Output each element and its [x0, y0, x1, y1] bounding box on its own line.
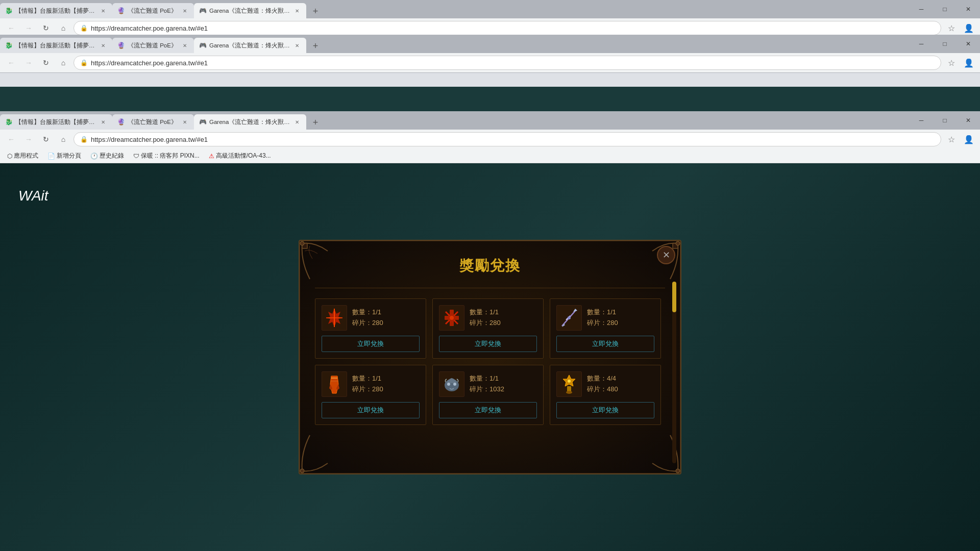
close-btn-3[interactable]: ✕: [957, 113, 980, 128]
tab-1-1[interactable]: 🐉 【情報】台服新活動【捕夢網】 ✕: [0, 3, 112, 18]
modal-scrollbar-thumb[interactable]: [672, 282, 676, 312]
item-redeem-btn-3[interactable]: 立即兌換: [556, 336, 654, 352]
tab-3-2[interactable]: 🔮 《流亡難道 PoE》 ✕: [112, 114, 194, 130]
item-top-6: 數量：4/4 碎片：480: [556, 371, 654, 397]
home-btn-1[interactable]: ⌂: [56, 21, 70, 35]
svg-point-3: [676, 469, 680, 473]
item-icon-4: [322, 371, 347, 397]
new-tab-btn-3[interactable]: +: [308, 115, 323, 130]
corner-bl: [300, 433, 330, 473]
bookmark-newtab[interactable]: 📄 新增分頁: [44, 151, 84, 161]
bookmarks-bar: ⬡ 應用程式 📄 新增分頁 🕐 歷史紀錄 🛡 保暖 :: 痞客邦 PIXN...…: [0, 149, 980, 163]
item-info-6: 數量：4/4 碎片：480: [587, 373, 618, 395]
item-redeem-btn-5[interactable]: 立即兌換: [439, 402, 537, 418]
item-redeem-btn-6[interactable]: 立即兌換: [556, 402, 654, 418]
tab-title-3-1: 【情報】台服新活動【捕夢網】: [15, 118, 96, 126]
lock-icon-3: 🔒: [80, 136, 88, 143]
tab-close-3-1[interactable]: ✕: [99, 118, 107, 126]
star-btn-1[interactable]: ☆: [944, 21, 959, 35]
tab-2-2[interactable]: 🔮 《流亡難道 PoE》 ✕: [112, 38, 194, 53]
reward-modal: ✕ 獎勵兌換: [299, 240, 681, 474]
maximize-btn-2[interactable]: □: [933, 36, 957, 52]
tab-1-3[interactable]: 🎮 Garena《流亡難道：烽火獸圍》 ✕: [194, 3, 306, 18]
account-btn-1[interactable]: 👤: [962, 21, 976, 35]
tab-favicon-3-1: 🐉: [5, 118, 12, 126]
star-btn-3[interactable]: ☆: [944, 132, 959, 146]
tab-close-2-1[interactable]: ✕: [99, 41, 107, 49]
item-redeem-btn-2[interactable]: 立即兌換: [439, 336, 537, 352]
tab-3-3[interactable]: 🎮 Garena《流亡難道：烽火獸圍》 ✕: [194, 114, 306, 130]
maximize-btn-3[interactable]: □: [933, 113, 957, 128]
tab-close-1-1[interactable]: ✕: [99, 7, 107, 15]
home-btn-3[interactable]: ⌂: [56, 132, 70, 146]
history-icon: 🕐: [90, 153, 98, 160]
lock-icon-2: 🔒: [80, 59, 88, 66]
tab-3-1[interactable]: 🐉 【情報】台服新活動【捕夢網】 ✕: [0, 114, 112, 130]
browser-instance-3: 🐉 【情報】台服新活動【捕夢網】 ✕ 🔮 《流亡難道 PoE》 ✕ 🎮 Gare…: [0, 111, 980, 551]
maximize-btn-1[interactable]: □: [933, 2, 957, 17]
reload-btn-1[interactable]: ↻: [39, 21, 53, 35]
bookmark-event[interactable]: ⚠ 高級活動慄/OA-43...: [206, 151, 274, 161]
item-quantity-4: 數量：1/1: [352, 373, 383, 384]
tab-close-3-2[interactable]: ✕: [181, 118, 189, 126]
tab-close-1-3[interactable]: ✕: [293, 7, 301, 15]
address-input-2[interactable]: 🔒 https://dreamcatcher.poe.garena.tw/#e1: [74, 56, 941, 70]
item-info-5: 數量：1/1 碎片：1032: [470, 373, 504, 395]
back-btn-2[interactable]: ←: [4, 56, 18, 70]
tab-favicon-3-3: 🎮: [199, 118, 206, 126]
modal-close-button[interactable]: ✕: [657, 246, 675, 264]
item-top-3: 數量：1/1 碎片：280: [556, 305, 654, 331]
tab-2-3[interactable]: 🎮 Garena《流亡難道：烽火獸圍》 ✕: [194, 38, 306, 53]
home-btn-2[interactable]: ⌂: [56, 56, 70, 70]
new-tab-btn-1[interactable]: +: [308, 4, 323, 18]
bookmark-history[interactable]: 🕐 歷史紀錄: [87, 151, 127, 161]
minimize-btn-1[interactable]: ─: [910, 2, 933, 17]
tab-title-2-2: 《流亡難道 PoE》: [128, 42, 178, 49]
address-input-1[interactable]: 🔒 https://dreamcatcher.poe.garena.tw/#e1: [74, 21, 941, 35]
forward-btn-1[interactable]: →: [21, 21, 36, 35]
tab-2-1[interactable]: 🐉 【情報】台服新活動【捕夢網】 ✕: [0, 38, 112, 53]
forward-btn-3[interactable]: →: [21, 132, 36, 146]
tab-title-1-1: 【情報】台服新活動【捕夢網】: [15, 7, 96, 15]
svg-point-17: [447, 383, 450, 386]
lock-icon-1: 🔒: [80, 24, 88, 32]
item-fragments-2: 碎片：280: [470, 318, 501, 329]
minimize-btn-3[interactable]: ─: [910, 113, 933, 128]
apps-icon: ⬡: [7, 153, 12, 160]
modal-scrollbar[interactable]: [672, 282, 676, 463]
browser-top-2: 🐉 【情報】台服新活動【捕夢網】 ✕ 🔮 《流亡難道 PoE》 ✕ 🎮 Gare…: [0, 35, 980, 73]
tab-close-1-2[interactable]: ✕: [181, 7, 189, 15]
modal-divider: [315, 288, 665, 288]
svg-point-20: [566, 391, 572, 394]
close-btn-2[interactable]: ✕: [957, 36, 980, 52]
minimize-btn-2[interactable]: ─: [910, 36, 933, 52]
star-btn-2[interactable]: ☆: [944, 56, 959, 70]
win-controls-3: ─ □ ✕: [910, 111, 980, 130]
close-btn-1[interactable]: ✕: [957, 2, 980, 17]
item-icon-3: [556, 305, 582, 331]
tab-favicon-2-3: 🎮: [199, 42, 206, 49]
back-btn-3[interactable]: ←: [4, 132, 18, 146]
item-redeem-btn-1[interactable]: 立即兌換: [322, 336, 420, 352]
bookmark-pixnet[interactable]: 🛡 保暖 :: 痞客邦 PIXN...: [130, 151, 203, 161]
tab-close-2-2[interactable]: ✕: [181, 41, 189, 49]
reload-btn-3[interactable]: ↻: [39, 132, 53, 146]
forward-btn-2[interactable]: →: [21, 56, 36, 70]
item-quantity-6: 數量：4/4: [587, 373, 618, 384]
reload-btn-2[interactable]: ↻: [39, 56, 53, 70]
account-btn-3[interactable]: 👤: [962, 132, 976, 146]
tab-close-2-3[interactable]: ✕: [293, 41, 301, 49]
tab-favicon-1-1: 🐉: [5, 7, 12, 14]
item-icon-5: [439, 371, 464, 397]
item-redeem-btn-4[interactable]: 立即兌換: [322, 402, 420, 418]
back-btn-1[interactable]: ←: [4, 21, 18, 35]
tab-1-2[interactable]: 🔮 《流亡難道 PoE》 ✕: [112, 3, 194, 18]
bookmark-apps[interactable]: ⬡ 應用程式: [4, 151, 41, 161]
address-input-3[interactable]: 🔒 https://dreamcatcher.poe.garena.tw/#e1: [74, 132, 941, 146]
new-tab-btn-2[interactable]: +: [308, 39, 323, 53]
item-card-2: 數量：1/1 碎片：280 立即兌換: [432, 298, 544, 359]
tab-close-3-3[interactable]: ✕: [293, 118, 301, 126]
tab-title-3-3: Garena《流亡難道：烽火獸圍》: [209, 118, 290, 126]
tab-favicon-2-2: 🔮: [117, 42, 125, 49]
account-btn-2[interactable]: 👤: [962, 56, 976, 70]
